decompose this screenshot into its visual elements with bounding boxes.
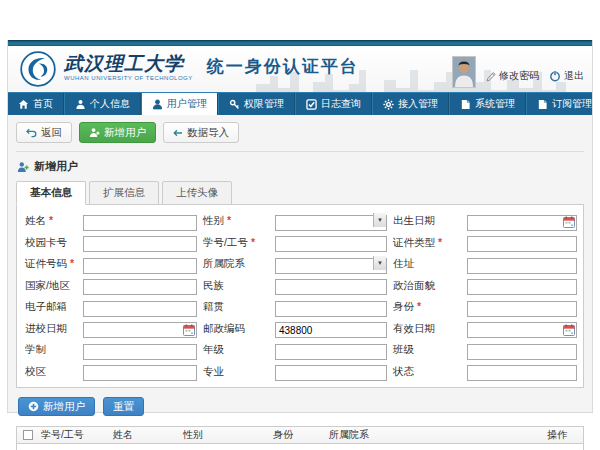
nav-home-label: 首页	[33, 97, 53, 111]
col-actions: 操作	[545, 428, 583, 442]
enroll-date-input[interactable]	[83, 322, 197, 338]
id-type-field	[467, 234, 577, 253]
change-password-label: 修改密码	[499, 69, 539, 83]
header-titles: 武汉理工大学 WUHAN UNIVERSITY OF TECHNOLOGY 统一…	[64, 52, 359, 81]
back-button[interactable]: 返回	[16, 122, 72, 143]
file-icon	[537, 99, 548, 110]
section-title: 新增用户	[17, 159, 583, 174]
student-id-field	[275, 234, 387, 253]
calendar-icon[interactable]	[563, 214, 575, 226]
log-check-icon	[306, 99, 317, 110]
school-system-input[interactable]	[83, 344, 197, 360]
reset-button[interactable]: 重置	[103, 397, 144, 416]
postal-code-field	[275, 320, 387, 339]
section-title-label: 新增用户	[34, 159, 78, 174]
enroll-date-label: 进校日期	[23, 322, 79, 336]
country-region-input[interactable]	[83, 279, 197, 295]
user-avatar	[452, 56, 476, 88]
campus-label: 校区	[23, 365, 79, 379]
nav-profile-label: 个人信息	[90, 97, 130, 111]
header: 武汉理工大学 WUHAN UNIVERSITY OF TECHNOLOGY 统一…	[8, 46, 592, 92]
campus-card-field	[83, 234, 197, 253]
submit-add-user-button[interactable]: 新增用户	[18, 397, 95, 416]
email-input[interactable]	[83, 301, 197, 317]
status-label: 状态	[391, 365, 463, 379]
birth-date-label: 出生日期	[391, 214, 463, 228]
nav-item-subscription[interactable]: 订阅管理	[526, 93, 600, 115]
nav-permissions-label: 权限管理	[244, 97, 284, 111]
native-place-field	[275, 298, 387, 317]
add-user-section-icon	[17, 161, 29, 173]
select-all-checkbox[interactable]	[23, 430, 33, 440]
school-system-label: 学制	[23, 343, 79, 357]
data-import-button[interactable]: 数据导入	[163, 122, 239, 143]
calendar-icon[interactable]	[563, 322, 575, 334]
id-number-label: 证件号码*	[23, 257, 79, 271]
valid-date-label: 有效日期	[391, 322, 463, 336]
tab-basic-info[interactable]: 基本信息	[16, 181, 86, 205]
ethnicity-field	[275, 277, 387, 296]
department-field: ▼	[275, 255, 387, 274]
add-user-toolbar-button[interactable]: 新增用户	[79, 122, 156, 143]
student-id-input[interactable]	[275, 236, 387, 252]
nav-item-system[interactable]: 系统管理	[449, 93, 526, 115]
identity-field	[467, 298, 577, 317]
native-place-label: 籍贯	[201, 300, 271, 314]
nav-item-access[interactable]: 接入管理	[372, 93, 449, 115]
name-input[interactable]	[83, 215, 197, 231]
nav-item-user-management[interactable]: 用户管理	[141, 93, 218, 115]
valid-date-field	[467, 320, 577, 339]
university-logo	[20, 51, 56, 87]
tabs: 基本信息 扩展信息 上传头像	[16, 181, 584, 205]
email-label: 电子邮箱	[23, 300, 79, 314]
native-place-input[interactable]	[275, 301, 387, 317]
tab-upload-avatar[interactable]: 上传头像	[162, 181, 232, 205]
campus-input[interactable]	[83, 365, 197, 381]
add-user-toolbar-label: 新增用户	[104, 126, 146, 140]
nav-item-home[interactable]: 首页	[8, 93, 64, 115]
political-status-input[interactable]	[467, 279, 577, 295]
campus-field	[83, 363, 197, 382]
gender-select[interactable]	[275, 215, 387, 231]
logout-link[interactable]: 退出	[549, 69, 584, 83]
submit-add-user-label: 新增用户	[43, 400, 85, 414]
status-field	[467, 363, 577, 382]
class-input[interactable]	[467, 344, 577, 360]
major-input[interactable]	[275, 365, 387, 381]
gender-label: 性别*	[201, 214, 271, 228]
person-icon	[75, 99, 86, 110]
nav-item-logs[interactable]: 日志查询	[295, 93, 372, 115]
political-status-label: 政治面貌	[391, 279, 463, 293]
gender-dropdown-button[interactable]: ▼	[373, 213, 386, 227]
department-dropdown-button[interactable]: ▼	[373, 256, 386, 270]
nav-item-profile[interactable]: 个人信息	[64, 93, 141, 115]
identity-input[interactable]	[467, 301, 577, 317]
address-input[interactable]	[467, 258, 577, 274]
birth-date-input[interactable]	[467, 215, 577, 231]
nav-item-permissions[interactable]: 权限管理	[218, 93, 295, 115]
valid-date-input[interactable]	[467, 322, 577, 338]
id-type-input[interactable]	[467, 236, 577, 252]
toolbar: 返回 新增用户 数据导入	[16, 122, 584, 152]
postal-code-input[interactable]	[275, 322, 387, 338]
school-system-field	[83, 341, 197, 360]
basic-info-form: 姓名* 性别* ▼ 出生日期 校园卡号 学号/工号* 证件类型* 证件号码* 所…	[16, 204, 584, 388]
col-student-id: 学号/工号	[39, 428, 111, 442]
department-select[interactable]	[275, 258, 387, 274]
id-number-input[interactable]	[83, 258, 197, 274]
grade-input[interactable]	[275, 344, 387, 360]
col-identity: 身份	[271, 428, 327, 442]
tab-extended-info[interactable]: 扩展信息	[89, 181, 159, 205]
back-arrow-icon	[26, 128, 37, 138]
name-label: 姓名*	[23, 214, 79, 228]
ethnicity-label: 民族	[201, 279, 271, 293]
calendar-icon[interactable]	[183, 322, 195, 334]
campus-card-label: 校园卡号	[23, 236, 79, 250]
campus-card-input[interactable]	[83, 236, 197, 252]
ethnicity-input[interactable]	[275, 279, 387, 295]
status-input[interactable]	[467, 365, 577, 381]
political-status-field	[467, 277, 577, 296]
address-label: 住址	[391, 257, 463, 271]
form-actions: 新增用户 重置	[18, 397, 582, 416]
change-password-link[interactable]: 修改密码	[486, 69, 539, 83]
